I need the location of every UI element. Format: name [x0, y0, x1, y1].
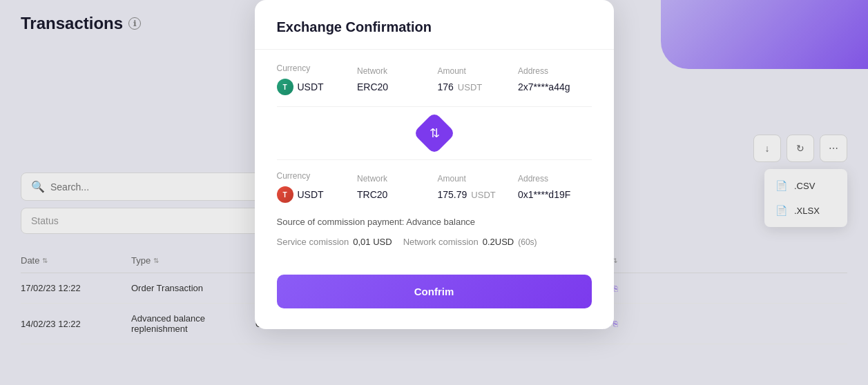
modal-body: Currency T USDT Network ERC20 Amount 17 [255, 50, 614, 275]
from-amount-label: Amount [438, 66, 512, 76]
from-amount-col: Amount 176 USDT [438, 66, 512, 92]
service-commission-label: Service comission [277, 237, 349, 247]
commission-section: Source of commission payment: Advance ba… [277, 217, 592, 247]
exchange-arrow-icon: ⇅ [412, 112, 455, 155]
from-network-label: Network [357, 66, 431, 76]
modal-overlay: Exchange Confirmation Currency T USDT Ne… [0, 0, 868, 385]
network-commission-item: Network comission 0.2USD (60s) [403, 237, 537, 247]
modal-header: Exchange Confirmation [255, 0, 614, 50]
network-commission-note: (60s) [518, 237, 537, 247]
to-address-label: Address [518, 174, 592, 184]
to-network-value: TRC20 [357, 189, 431, 200]
from-currency-label: Currency [277, 63, 351, 73]
from-address-col: Address 2x7****a44g [518, 66, 592, 92]
from-network-col: Network ERC20 [357, 66, 431, 92]
from-address-value: 2x7****a44g [518, 81, 592, 92]
exchange-confirmation-modal: Exchange Confirmation Currency T USDT Ne… [255, 0, 614, 329]
commission-row: Service comission 0,01 USD Network comis… [277, 237, 592, 247]
to-amount-label: Amount [438, 174, 512, 184]
from-currency-col: Currency T USDT [277, 63, 351, 95]
to-currency-col: Currency T USDT [277, 171, 351, 203]
modal-title: Exchange Confirmation [277, 19, 592, 35]
to-currency-label: Currency [277, 171, 351, 181]
commission-source-text: Source of commission payment: Advance ba… [277, 217, 592, 227]
from-currency-icon: T [277, 79, 293, 95]
divider-bottom [277, 159, 592, 160]
to-currency-value: T USDT [277, 186, 351, 203]
confirm-button[interactable]: Confrim [277, 275, 592, 308]
to-address-value: 0x1****d19F [518, 189, 592, 200]
page-container: Transactions ℹ ⛽ Advance balance: $ 2,34… [0, 0, 868, 385]
from-address-label: Address [518, 66, 592, 76]
service-commission-item: Service comission 0,01 USD [277, 237, 392, 247]
exchange-arrows-symbol: ⇅ [429, 126, 439, 141]
to-network-col: Network TRC20 [357, 174, 431, 200]
to-currency-icon: T [277, 186, 293, 203]
exchange-arrow-container: ⇅ [277, 118, 592, 148]
network-commission-label: Network comission [403, 237, 479, 247]
to-amount-value: 175.79 USDT [438, 189, 512, 200]
divider-top [277, 106, 592, 107]
to-amount-col: Amount 175.79 USDT [438, 174, 512, 200]
network-commission-value: 0.2USD [483, 237, 514, 247]
from-currency-value: T USDT [277, 79, 351, 95]
service-commission-value: 0,01 USD [353, 237, 392, 247]
from-amount-value: 176 USDT [438, 81, 512, 92]
from-row-labels: Currency T USDT Network ERC20 Amount 17 [277, 63, 592, 95]
to-network-label: Network [357, 174, 431, 184]
from-network-value: ERC20 [357, 81, 431, 92]
to-row-labels: Currency T USDT Network TRC20 Amount 17 [277, 171, 592, 203]
to-address-col: Address 0x1****d19F [518, 174, 592, 200]
